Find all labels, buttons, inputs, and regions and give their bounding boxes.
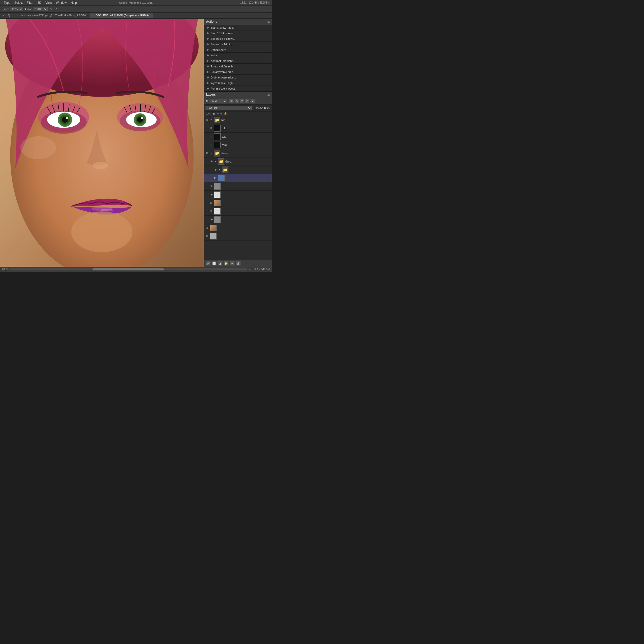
filter-icons: ▤ ◑ T ⬡ ♦	[229, 99, 255, 103]
brush-icon[interactable]: ✎	[50, 7, 53, 11]
layer-soft[interactable]: ○ soft	[204, 133, 272, 141]
layer-thumb-gray-2	[214, 216, 221, 223]
layer-white-1[interactable]: 👁	[204, 191, 272, 199]
action-item-1[interactable]: ▶ Start 16 bitów (me...	[204, 30, 272, 36]
action-item-6[interactable]: ▶ Kontrast (gradient...	[204, 58, 272, 64]
layer-gray-2[interactable]: 👁	[204, 216, 272, 224]
layer-eye-group-main[interactable]: 👁	[205, 151, 209, 155]
layer-eye-white-3[interactable]: 👁	[205, 234, 209, 238]
filter-smart-icon[interactable]: ♦	[250, 99, 255, 103]
layer-eye-gro-sub[interactable]: 👁	[209, 159, 213, 164]
scroll-thumb[interactable]	[93, 268, 164, 270]
tab-2-close[interactable]: ✕	[93, 14, 95, 17]
layer-gray-1[interactable]: 👁	[204, 182, 272, 191]
tab-0-close[interactable]: ✕	[3, 14, 5, 17]
menu-help[interactable]: Help	[69, 1, 79, 5]
layer-eye-soft[interactable]: ○	[209, 135, 213, 139]
type-select[interactable]: 20%	[10, 7, 23, 11]
layer-eye-white-1[interactable]: 👁	[209, 193, 213, 197]
action-play-icon-3: ▶	[207, 43, 209, 46]
action-item-9[interactable]: ▶ Drobne skazy (dus...	[204, 75, 272, 80]
action-item-8[interactable]: ▶ Pokazywanie prze...	[204, 69, 272, 75]
toolbar: Type: 20% Flow: 100% ✎ ⟳	[0, 6, 272, 13]
flow-label: Flow:	[25, 8, 32, 11]
layer-nested-group[interactable]: 👁 ▼ 📁	[204, 166, 272, 174]
action-item-5[interactable]: ▶ Kolor	[204, 53, 272, 58]
layer-photo-2[interactable]: 👁	[204, 224, 272, 232]
layer-thumb-photo-2	[210, 225, 217, 231]
layer-white-3[interactable]: 👁	[204, 232, 272, 240]
actions-menu-icon[interactable]: ☰	[267, 20, 270, 23]
svg-point-30	[93, 162, 108, 169]
layer-eye-gray-1[interactable]: 👁	[209, 184, 213, 188]
brush-settings-icon[interactable]: ⟳	[55, 7, 58, 11]
action-item-11[interactable]: ▶ Pomniejszej / wyost...	[204, 86, 272, 91]
doc-info: Doc: 52.2M/548.5M	[248, 268, 270, 271]
actions-title: Actions	[206, 20, 217, 23]
layer-eye-photo-1[interactable]: 👁	[209, 201, 213, 205]
tab-1[interactable]: ✕ Warsztaty wawa-1711.psd @ 100% (Dodge&…	[14, 13, 90, 18]
layer-eye-hard[interactable]: ○	[209, 143, 213, 147]
layers-menu-icon[interactable]: ☰	[267, 93, 270, 96]
action-item-0[interactable]: ▶ Start 8 bitów (med...	[204, 25, 272, 30]
layer-thumb-gray-1	[214, 183, 221, 190]
action-item-10[interactable]: ▶ Wyostrzanie (high...	[204, 80, 272, 86]
layer-arrow-group-main[interactable]: ▼	[210, 152, 212, 154]
filter-pixel-icon[interactable]: ▤	[229, 99, 234, 103]
action-play-icon-0: ▶	[207, 26, 209, 29]
tab-2[interactable]: ✕ DSC_4155.psd @ 200% (Dodge&burn, RGB/8…	[90, 13, 153, 18]
menu-type[interactable]: Type	[2, 1, 12, 5]
layer-photo-1[interactable]: 👁	[204, 199, 272, 207]
layer-blue-active[interactable]: 👁	[204, 174, 272, 182]
layer-eye-bw[interactable]: 👁	[205, 118, 209, 122]
layers-kind-select[interactable]: Kind	[210, 99, 227, 103]
layer-arrow-nested[interactable]: ▼	[218, 169, 220, 171]
lock-all-icon[interactable]: 🔒	[224, 112, 227, 115]
add-adjustment-button[interactable]: ◑	[218, 261, 223, 266]
action-item-4[interactable]: ▶ Dodge&burn	[204, 47, 272, 53]
layer-eye-blue[interactable]: 👁	[213, 176, 217, 180]
layer-group-main[interactable]: 👁 ▼ 📁 Group	[204, 149, 272, 157]
new-group-button[interactable]: 📁	[224, 261, 229, 266]
svg-point-10	[66, 117, 68, 119]
canvas-area[interactable]	[0, 19, 204, 267]
layer-eye-gray-2[interactable]: 👁	[209, 218, 213, 222]
layer-arrow-gro-sub[interactable]: ▼	[214, 160, 216, 163]
layer-colo[interactable]: 👁 colo...	[204, 124, 272, 133]
layer-white-2[interactable]: 👁	[204, 207, 272, 216]
action-item-3[interactable]: ▶ Separacja 16 bito...	[204, 42, 272, 47]
tab-1-close[interactable]: ✕	[17, 14, 19, 17]
filter-shape-icon[interactable]: ⬡	[245, 99, 250, 103]
lock-pixels-icon[interactable]: ✎	[217, 112, 219, 115]
action-item-7[interactable]: ▶ Tonacja skóry (vib...	[204, 64, 272, 69]
layer-eye-photo-2[interactable]: 👁	[205, 226, 209, 230]
layer-gro-sub[interactable]: 👁 ▼ 📁 Gro...	[204, 157, 272, 166]
link-layers-button[interactable]: 🔗	[206, 261, 211, 266]
layer-eye-nested-group[interactable]: 👁	[213, 168, 217, 172]
menu-filter[interactable]: Filter	[25, 1, 35, 5]
lock-transparent-icon[interactable]: ▤	[213, 112, 215, 115]
lock-position-icon[interactable]: ✛	[220, 112, 222, 115]
filter-type-icon[interactable]: T	[240, 99, 244, 103]
filter-adjust-icon[interactable]: ◑	[234, 99, 239, 103]
menu-select[interactable]: Select	[13, 1, 24, 5]
actions-list: ▶ Start 8 bitów (med... ▶ Start 16 bitów…	[204, 25, 272, 91]
status-bar: 200% Doc: 52.2M/548.5M	[0, 267, 272, 272]
delete-layer-button[interactable]: 🗑	[236, 261, 241, 266]
action-item-2[interactable]: ▶ Separacja 8 bitow...	[204, 36, 272, 42]
layer-eye-colo[interactable]: 👁	[209, 126, 213, 130]
menu-3d[interactable]: 3D	[36, 1, 43, 5]
layer-bw-group[interactable]: 👁 ▼ 📁 bw	[204, 116, 272, 124]
menu-view[interactable]: View	[44, 1, 54, 5]
add-mask-button[interactable]: ⬜	[212, 261, 217, 266]
tab-0[interactable]: ✕ /16) *	[0, 13, 14, 18]
menu-window[interactable]: Window	[54, 1, 68, 5]
layer-eye-white-2[interactable]: 👁	[209, 209, 213, 213]
horizontal-scrollbar[interactable]	[10, 268, 247, 270]
blend-mode-select[interactable]: Soft Light	[206, 106, 252, 110]
new-layer-button[interactable]: +	[230, 261, 235, 266]
layer-hard[interactable]: ○ hard	[204, 141, 272, 149]
flow-select[interactable]: 100%	[33, 7, 48, 11]
layer-arrow-bw[interactable]: ▼	[210, 119, 212, 121]
action-play-icon-5: ▶	[207, 54, 209, 57]
